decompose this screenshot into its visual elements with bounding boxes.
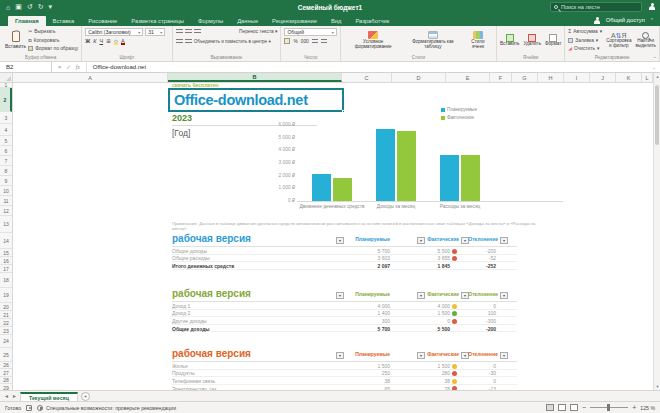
column-header-B[interactable]: B (168, 73, 342, 82)
year-label-cell[interactable]: [Год] (172, 128, 190, 138)
tab-формулы[interactable]: Формулы (191, 16, 230, 27)
fill-color-button[interactable]: ◇ (114, 38, 118, 44)
row-header-10[interactable]: 10 (0, 186, 12, 196)
scroll-up-icon[interactable]: ▲ (654, 74, 660, 79)
zoom-in-button[interactable]: + (632, 404, 636, 411)
fill-handle[interactable] (342, 110, 345, 113)
scrollbar-thumb[interactable] (655, 85, 659, 145)
row-header-28[interactable]: 28 (0, 377, 12, 384)
row-header-3[interactable]: 3 (0, 112, 12, 124)
zoom-slider[interactable] (590, 407, 628, 408)
paste-button[interactable]: Вставить (3, 28, 28, 52)
font-color-button[interactable]: А (121, 38, 125, 44)
row-header-17[interactable]: 17 (0, 265, 12, 273)
zoom-level[interactable]: 125 % (640, 405, 655, 411)
decrease-decimal-icon[interactable] (321, 38, 327, 44)
filter-dropdown-icon[interactable]: ▾ (336, 292, 344, 299)
borders-button[interactable]: ⊞ (106, 38, 111, 44)
row-header-5[interactable]: 5 (0, 136, 12, 146)
cancel-icon[interactable]: × (58, 64, 61, 70)
table-row[interactable]: Жилье1 5001 5000 (172, 362, 517, 370)
table-row[interactable]: Продукты250280-30 (172, 370, 517, 378)
row-header-9[interactable]: 9 (0, 176, 12, 186)
accessibility-status[interactable]: Специальные возможности: проверьте реком… (46, 405, 176, 411)
increase-decimal-icon[interactable] (312, 38, 318, 44)
year-cell[interactable]: 2023 (172, 113, 192, 123)
insert-function-icon[interactable]: fx (76, 64, 80, 70)
filter-dropdown-icon[interactable]: ▾ (417, 292, 425, 299)
vertical-align-buttons[interactable] (176, 28, 201, 34)
sheet-grid[interactable]: скачать бесплатно Office-download.net 20… (13, 83, 653, 390)
sheet-nav-left-icon[interactable]: ◄ (4, 393, 9, 399)
fill-button[interactable]: Заливка ▾ (568, 38, 602, 43)
percent-format-button[interactable]: % (293, 39, 297, 44)
add-sheet-button[interactable]: + (81, 392, 90, 401)
autosum-button[interactable]: ΣАвтосумма ▾ (568, 29, 602, 34)
zoom-slider-thumb[interactable] (607, 404, 610, 411)
column-header-E[interactable]: E (446, 73, 490, 82)
row-header-4[interactable]: 4 (0, 124, 12, 136)
column-header-C[interactable]: C (342, 73, 392, 82)
collapse-ribbon-icon[interactable]: ⌃ (650, 17, 654, 23)
selected-cell-b2[interactable]: Office-download.net (168, 88, 344, 112)
row-header-8[interactable]: 8 (0, 166, 12, 176)
filter-dropdown-icon[interactable]: ▾ (417, 237, 425, 244)
row-header-13[interactable]: 13 (0, 216, 12, 233)
row-header-20[interactable]: 20 (0, 303, 12, 311)
column-header-G[interactable]: G (512, 73, 538, 82)
row-header-19[interactable]: 19 (0, 288, 12, 303)
row-header-22[interactable]: 22 (0, 319, 12, 327)
filter-dropdown-icon[interactable]: ▾ (336, 352, 344, 359)
table-row[interactable]: Другие доходы3000-300 (172, 317, 517, 325)
filter-dropdown-icon[interactable]: ▾ (336, 237, 344, 244)
home-icon[interactable]: ⌂ (6, 4, 10, 11)
normal-view-icon[interactable] (546, 404, 554, 411)
font-name-select[interactable]: Calibri (Заголовки)▾ (85, 28, 143, 36)
row-header-21[interactable]: 21 (0, 311, 12, 319)
copy-button[interactable]: ⧉Копировать (28, 38, 78, 43)
chart-bar-Фактические-0[interactable] (333, 178, 352, 201)
table-row[interactable]: Доход 21 4001 500100 (172, 310, 517, 318)
account-avatar-icon[interactable] (648, 3, 656, 11)
find-select-button[interactable]: Найти и выделить (635, 28, 656, 52)
table-row[interactable]: Общие расходы3 6033 655-52 (172, 255, 517, 263)
row-header-6[interactable]: 6 (0, 146, 12, 156)
cell-styles-button[interactable]: Стили ячеек (463, 28, 493, 52)
name-box[interactable]: B2 (0, 62, 52, 72)
column-header-J[interactable]: J (590, 73, 616, 82)
row-header-27[interactable]: 27 (0, 369, 12, 377)
search-input[interactable]: Поиск на листе (550, 2, 642, 12)
column-header-K[interactable]: K (616, 73, 642, 82)
column-header-L[interactable]: L (642, 73, 653, 82)
chart-bar-Фактические-2[interactable] (461, 155, 480, 201)
italic-button[interactable]: К (93, 38, 96, 44)
filter-dropdown-icon[interactable]: ▾ (500, 352, 508, 359)
page-layout-view-icon[interactable] (558, 404, 566, 411)
share-button[interactable]: Общий доступ (606, 17, 645, 23)
insert-cells-button[interactable]: Вставить (500, 28, 519, 52)
chart-bar-Планируемые-0[interactable] (312, 174, 331, 201)
enter-icon[interactable]: ✓ (66, 64, 71, 70)
column-header-F[interactable]: F (490, 73, 512, 82)
column-header-D[interactable]: D (392, 73, 446, 82)
tab-разметка-страницы[interactable]: Разметка страницы (124, 16, 191, 27)
row-header-25[interactable]: 25 (0, 348, 12, 362)
row-header-7[interactable]: 7 (0, 156, 12, 166)
tab-главная[interactable]: Главная (8, 16, 46, 27)
delete-cells-button[interactable]: Удалить (523, 28, 541, 52)
table-row[interactable]: Общие доходы5 7005 500-200 (172, 325, 517, 333)
table-row[interactable]: Итого денежных средств2 0971 845-252 (172, 262, 517, 270)
ribbon-options-icon[interactable]: ⌄ (653, 53, 657, 59)
row-header-15[interactable]: 15 (0, 249, 12, 257)
page-break-view-icon[interactable] (570, 404, 578, 411)
column-header-I[interactable]: I (564, 73, 590, 82)
sheet-nav-right-icon[interactable]: ► (12, 393, 17, 399)
filter-dropdown-icon[interactable]: ▾ (500, 292, 508, 299)
vertical-scrollbar[interactable]: ▲ ▼ (653, 73, 660, 390)
clear-button[interactable]: ◢Очистить ▾ (568, 46, 602, 51)
redo-icon[interactable]: ↻ (38, 3, 44, 11)
table-row[interactable]: Доход 14 0004 0000 (172, 302, 517, 310)
table-row[interactable]: Общие доходы5 7005 500-200 (172, 247, 517, 255)
undo-icon[interactable]: ↺ (27, 3, 33, 11)
format-as-table-button[interactable]: Форматировать как таблицу (403, 28, 463, 52)
